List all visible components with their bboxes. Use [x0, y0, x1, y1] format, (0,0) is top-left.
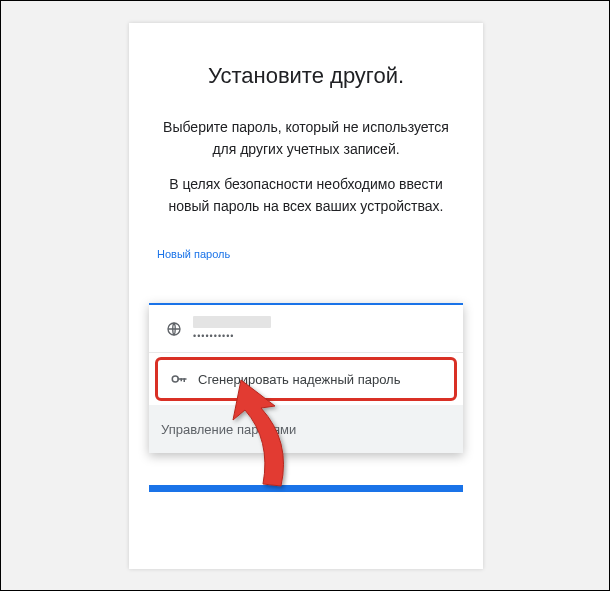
- password-mask: ••••••••••: [193, 332, 451, 341]
- dialog-description-2: В целях безопасности необходимо ввести н…: [157, 174, 455, 217]
- svg-rect-3: [184, 378, 186, 382]
- manage-passwords-label: Управление паролями: [161, 422, 296, 437]
- svg-rect-4: [181, 378, 183, 381]
- dialog-description-1: Выберите пароль, который не используется…: [157, 117, 455, 160]
- password-suggestion-dropdown: •••••••••• Сгенерировать надежный пароль…: [149, 303, 463, 453]
- dialog-title: Установите другой.: [157, 63, 455, 89]
- generate-password-item[interactable]: Сгенерировать надежный пароль: [155, 357, 457, 401]
- saved-password-info: ••••••••••: [187, 316, 451, 341]
- site-name-redacted: [193, 316, 271, 328]
- generate-password-label: Сгенерировать надежный пароль: [198, 372, 400, 387]
- manage-passwords-item[interactable]: Управление паролями: [149, 405, 463, 453]
- saved-password-item[interactable]: ••••••••••: [149, 305, 463, 353]
- password-field-label: Новый пароль: [157, 248, 455, 260]
- svg-point-1: [172, 376, 178, 382]
- password-dialog: Установите другой. Выберите пароль, кото…: [129, 23, 483, 569]
- field-underline: [149, 485, 463, 492]
- globe-icon: [161, 321, 187, 337]
- key-icon: [166, 370, 192, 388]
